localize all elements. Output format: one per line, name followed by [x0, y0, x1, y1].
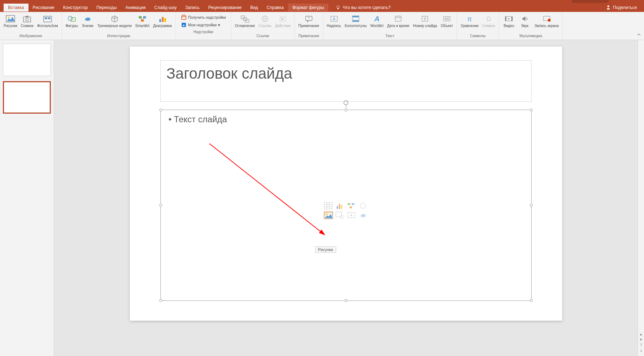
title-placeholder[interactable]: Заголовок слайда [160, 60, 532, 102]
insert-picture-icon[interactable] [324, 211, 333, 219]
tab-design[interactable]: Конструктор [59, 4, 92, 12]
headerfooter-label: Колонтитулы [345, 24, 367, 28]
my-addins-button[interactable]: ▸ Мои надстройки ▾ [179, 21, 228, 28]
svg-line-17 [142, 18, 145, 19]
comment-icon: + [304, 14, 314, 23]
main-area: Заголовок слайда • Текст слайда [0, 40, 644, 356]
wordart-button[interactable]: A WordArt [369, 14, 385, 28]
slide-panel[interactable] [0, 40, 54, 356]
object-button[interactable]: Объект [439, 14, 454, 28]
resize-handle-e[interactable] [530, 204, 533, 207]
lightbulb-icon [336, 5, 341, 10]
tab-insert[interactable]: Вставка [4, 4, 28, 12]
album-label: Фотоальбом [37, 24, 58, 28]
resize-handle-nw[interactable] [159, 109, 162, 111]
content-text[interactable]: • Текст слайда [161, 110, 531, 129]
resize-handle-n[interactable] [345, 109, 347, 111]
chart-button[interactable]: Диаграмма [152, 14, 173, 28]
datetime-icon [393, 14, 403, 23]
svg-rect-19 [162, 17, 164, 22]
comment-button[interactable]: + Примечание [297, 14, 321, 28]
prev-slide-icon[interactable]: ⤒ [640, 343, 643, 347]
equation-button[interactable]: π Уравнение [459, 14, 480, 28]
store-icon [181, 14, 187, 20]
screenrec-label: Запись экрана [534, 24, 559, 28]
image-icon [5, 14, 15, 23]
resize-handle-sw[interactable] [159, 299, 162, 302]
scroll-up-icon[interactable]: ▲ [639, 332, 643, 336]
headerfooter-button[interactable]: Колонтитулы [343, 14, 368, 28]
resize-handle-w[interactable] [159, 204, 162, 207]
slide-thumbnail-2[interactable] [3, 81, 51, 114]
smartart-button[interactable]: SmartArt [134, 14, 151, 28]
photoalbum-button[interactable]: Фотоальбом [36, 14, 59, 28]
next-slide-icon[interactable]: ⤓ [640, 348, 643, 352]
svg-rect-64 [348, 203, 350, 205]
title-text[interactable]: Заголовок слайда [166, 65, 525, 82]
video-button[interactable]: Видео [501, 14, 516, 28]
get-addins-button[interactable]: Получить надстройки [179, 14, 228, 21]
tab-animations[interactable]: Анимация [121, 4, 150, 12]
shapes-button[interactable]: Фигуры [64, 14, 79, 28]
vertical-scrollbar[interactable]: ▲ ▼ ⤒ ⤓ [638, 40, 644, 356]
group-label-text: Текст [385, 33, 394, 39]
screenshot-label: Снимок [21, 24, 34, 28]
action-label: Действие [275, 24, 291, 28]
svg-rect-14 [143, 16, 146, 18]
datetime-label: Дата и время [387, 24, 409, 28]
insert-3d-icon[interactable] [358, 202, 368, 210]
resize-handle-ne[interactable] [530, 109, 533, 111]
slidenumber-button[interactable]: # Номер слайда [412, 14, 439, 28]
my-addins-label: Мои надстройки [188, 23, 217, 27]
svg-text:π: π [467, 16, 472, 23]
canvas-area[interactable]: Заголовок слайда • Текст слайда [54, 40, 638, 356]
tab-help[interactable]: Справка [262, 4, 288, 12]
collapse-ribbon-button[interactable] [637, 32, 641, 38]
shapes-icon [67, 14, 77, 23]
insert-table-icon[interactable] [324, 202, 333, 210]
tab-transitions[interactable]: Переходы [92, 4, 121, 12]
insert-icon-icon[interactable] [358, 211, 368, 219]
screenrecord-button[interactable]: Запись экрана [533, 14, 560, 28]
bird-icon [83, 14, 93, 23]
svg-rect-5 [23, 17, 31, 22]
svg-point-68 [326, 213, 328, 215]
audio-label: Звук [521, 24, 529, 28]
audio-button[interactable]: Звук [517, 14, 532, 28]
group-label-links: Ссылки [257, 33, 269, 39]
svg-line-72 [209, 144, 325, 235]
tab-slideshow[interactable]: Слайд-шоу [150, 4, 181, 12]
content-placeholder[interactable]: • Текст слайда Рисунки [160, 110, 532, 301]
tell-me-search[interactable]: Что вы хотите сделать? [336, 5, 391, 10]
svg-rect-51 [511, 17, 512, 21]
tab-draw[interactable]: Рисование [28, 4, 59, 12]
insert-video-icon[interactable] [347, 211, 356, 219]
svg-point-11 [68, 16, 72, 21]
icons-button[interactable]: Значки [80, 14, 95, 28]
svg-text:A: A [333, 17, 336, 21]
3dmodels-button[interactable]: Трехмерные модели [96, 14, 133, 28]
slide-thumbnail-1[interactable] [3, 44, 51, 76]
insert-online-picture-icon[interactable] [335, 211, 345, 219]
tab-view[interactable]: Вид [246, 4, 262, 12]
screenshot-button[interactable]: Снимок [19, 14, 35, 28]
resize-handle-s[interactable] [345, 299, 347, 302]
insert-smartart-icon[interactable] [347, 202, 356, 210]
video-icon [504, 14, 514, 23]
tab-review[interactable]: Рецензирование [204, 4, 246, 12]
textbox-button[interactable]: A Надпись [325, 14, 343, 28]
resize-handle-se[interactable] [530, 299, 533, 302]
svg-rect-24 [241, 16, 245, 19]
pictures-button[interactable]: Рисунки [2, 14, 19, 28]
tab-record[interactable]: Запись [181, 4, 204, 12]
svg-rect-61 [337, 206, 338, 209]
zoom-button[interactable]: Оглавление [234, 14, 257, 28]
slide-canvas[interactable]: Заголовок слайда • Текст слайда [130, 47, 562, 321]
scroll-down-icon[interactable]: ▼ [639, 338, 643, 342]
svg-rect-26 [245, 19, 249, 22]
tab-shape-format[interactable]: Формат фигуры [288, 4, 328, 12]
ribbon-group-comments: + Примечание Примечания [295, 12, 323, 40]
share-button[interactable]: Поделиться [606, 5, 637, 10]
datetime-button[interactable]: Дата и время [386, 14, 411, 28]
insert-chart-icon[interactable] [335, 202, 345, 210]
